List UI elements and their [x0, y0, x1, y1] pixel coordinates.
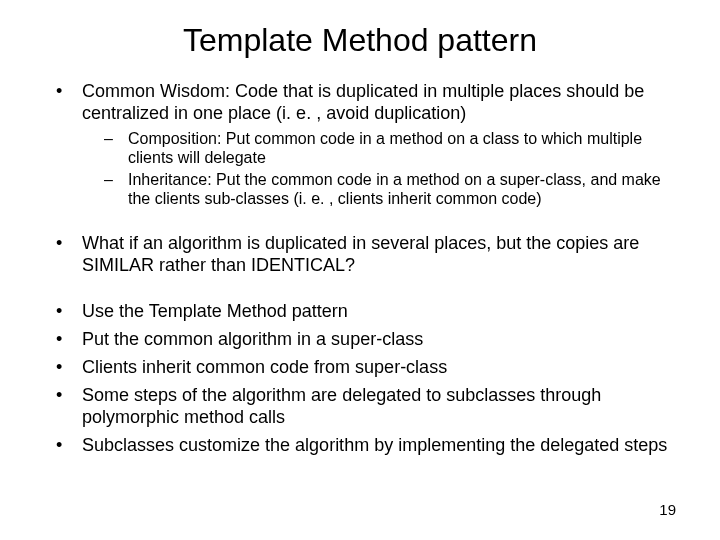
- slide: Template Method pattern Common Wisdom: C…: [0, 0, 720, 540]
- bullet-item: Subclasses customize the algorithm by im…: [48, 435, 672, 457]
- sub-bullet-item: Composition: Put common code in a method…: [82, 129, 672, 168]
- bullet-text: Some steps of the algorithm are delegate…: [82, 385, 601, 427]
- bullet-item: Common Wisdom: Code that is duplicated i…: [48, 81, 672, 209]
- bullet-list: Common Wisdom: Code that is duplicated i…: [48, 81, 672, 457]
- bullet-item: Clients inherit common code from super-c…: [48, 357, 672, 379]
- bullet-item: Use the Template Method pattern: [48, 301, 672, 323]
- bullet-item: What if an algorithm is duplicated in se…: [48, 233, 672, 277]
- page-number: 19: [659, 501, 676, 518]
- bullet-item: Some steps of the algorithm are delegate…: [48, 385, 672, 429]
- bullet-text: Common Wisdom: Code that is duplicated i…: [82, 81, 644, 123]
- bullet-text: Use the Template Method pattern: [82, 301, 348, 321]
- bullet-text: Subclasses customize the algorithm by im…: [82, 435, 667, 455]
- sub-bullet-list: Composition: Put common code in a method…: [82, 129, 672, 209]
- bullet-item: Put the common algorithm in a super-clas…: [48, 329, 672, 351]
- slide-title: Template Method pattern: [48, 22, 672, 59]
- bullet-text: What if an algorithm is duplicated in se…: [82, 233, 639, 275]
- bullet-text: Put the common algorithm in a super-clas…: [82, 329, 423, 349]
- sub-bullet-item: Inheritance: Put the common code in a me…: [82, 170, 672, 209]
- sub-bullet-text: Composition: Put common code in a method…: [128, 130, 642, 167]
- bullet-text: Clients inherit common code from super-c…: [82, 357, 447, 377]
- sub-bullet-text: Inheritance: Put the common code in a me…: [128, 171, 661, 208]
